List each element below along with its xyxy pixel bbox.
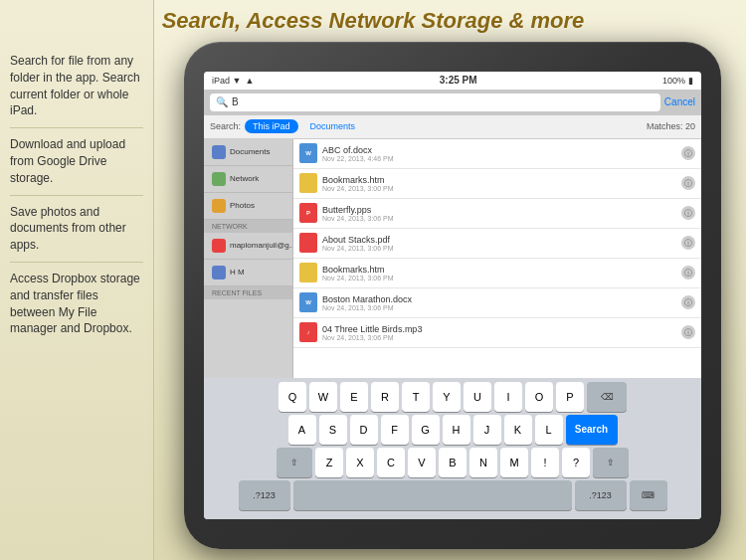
key-O[interactable]: O xyxy=(525,382,553,412)
file-name-1: Bookmarks.htm xyxy=(322,175,676,185)
file-item-3[interactable]: About Stacks.pdf Nov 24, 2013, 3:06 PM ⓘ xyxy=(293,229,701,259)
file-date-6: Nov 24, 2013, 3:06 PM xyxy=(322,334,676,341)
key-keyboard[interactable]: ⌨ xyxy=(630,480,667,510)
file-date-4: Nov 24, 2013, 3:06 PM xyxy=(322,275,676,281)
file-item-2[interactable]: P Butterfly.pps Nov 24, 2013, 3:06 PM ⓘ xyxy=(293,199,701,229)
file-info-btn-2[interactable]: ⓘ xyxy=(681,206,695,220)
key-space[interactable] xyxy=(293,480,572,510)
key-D[interactable]: D xyxy=(350,415,378,445)
filter-bar: Search: This iPad Documents Matches: 20 xyxy=(204,115,701,139)
key-B[interactable]: B xyxy=(439,448,466,477)
file-item-5[interactable]: W Boston Marathon.docx Nov 24, 2013, 3:0… xyxy=(293,288,701,318)
keyboard-row-1: Q W E R T Y U I O P ⌫ xyxy=(206,382,699,412)
key-W[interactable]: W xyxy=(309,382,337,412)
ipad-screen: iPad ▼ ▲ 3:25 PM 100% ▮ 🔍 B Cancel xyxy=(204,72,701,519)
search-icon: 🔍 xyxy=(216,96,228,107)
key-X[interactable]: X xyxy=(346,448,374,477)
ipad-device: iPad ▼ ▲ 3:25 PM 100% ▮ 🔍 B Cancel xyxy=(184,42,721,549)
search-bar: 🔍 B Cancel xyxy=(204,90,701,115)
key-Y[interactable]: Y xyxy=(433,382,461,412)
key-R[interactable]: R xyxy=(371,382,399,412)
keyboard-row-3: ⇧ Z X C V B N M ! ? ⇧ xyxy=(206,448,699,477)
key-numbers-right[interactable]: .?123 xyxy=(575,480,627,510)
key-K[interactable]: K xyxy=(504,415,532,445)
feature-item-2: Download and upload from Google Drive st… xyxy=(10,128,143,195)
filter-documents[interactable]: Documents xyxy=(302,119,364,133)
file-item-4[interactable]: Bookmarks.htm Nov 24, 2013, 3:06 PM ⓘ xyxy=(293,259,701,288)
file-info-btn-0[interactable]: ⓘ xyxy=(681,146,695,160)
file-info-4: Bookmarks.htm Nov 24, 2013, 3:06 PM xyxy=(322,265,676,281)
key-G[interactable]: G xyxy=(412,415,440,445)
key-V[interactable]: V xyxy=(408,448,436,477)
key-delete[interactable]: ⌫ xyxy=(587,382,627,412)
file-item-0[interactable]: W ABC of.docx Nov 22, 2013, 4:46 PM ⓘ xyxy=(293,139,701,169)
file-info-btn-6[interactable]: ⓘ xyxy=(681,325,695,339)
search-query: B xyxy=(232,96,239,107)
key-numbers-left[interactable]: .?123 xyxy=(239,480,290,510)
key-A[interactable]: A xyxy=(288,415,316,445)
screen-content: iPad ▼ ▲ 3:25 PM 100% ▮ 🔍 B Cancel xyxy=(204,72,701,519)
file-item-6[interactable]: ♪ 04 Three Little Birds.mp3 Nov 24, 2013… xyxy=(293,318,701,348)
file-info-btn-4[interactable]: ⓘ xyxy=(681,266,695,280)
file-info-1: Bookmarks.htm Nov 24, 2013, 3:00 PM xyxy=(322,175,676,192)
filter-this-ipad[interactable]: This iPad xyxy=(245,119,298,133)
key-M[interactable]: M xyxy=(500,448,528,477)
file-name-0: ABC of.docx xyxy=(322,145,676,155)
file-list: W ABC of.docx Nov 22, 2013, 4:46 PM ⓘ Bo… xyxy=(293,139,701,378)
photos-icon xyxy=(212,199,226,213)
key-I[interactable]: I xyxy=(494,382,522,412)
key-H[interactable]: H xyxy=(443,415,470,445)
file-info-btn-5[interactable]: ⓘ xyxy=(681,295,695,309)
file-icon-5: W xyxy=(299,292,317,312)
keyboard: Q W E R T Y U I O P ⌫ A xyxy=(204,378,701,519)
sidebar-item-hm[interactable]: H M xyxy=(204,260,292,286)
file-info-btn-1[interactable]: ⓘ xyxy=(681,176,695,190)
sidebar-item-network[interactable]: Network xyxy=(204,166,292,193)
status-time: 3:25 PM xyxy=(440,75,477,86)
key-T[interactable]: T xyxy=(402,382,430,412)
key-Q[interactable]: Q xyxy=(279,382,306,412)
file-icon-1 xyxy=(299,173,317,193)
sidebar-item-photos[interactable]: Photos xyxy=(204,193,292,220)
file-date-2: Nov 24, 2013, 3:06 PM xyxy=(322,215,676,222)
sidebar-item-documents[interactable]: Documents xyxy=(204,139,292,166)
search-button[interactable]: Search xyxy=(566,415,618,445)
key-J[interactable]: J xyxy=(473,415,501,445)
file-icon-3 xyxy=(299,233,317,253)
key-U[interactable]: U xyxy=(464,382,491,412)
file-info-2: Butterfly.pps Nov 24, 2013, 3:06 PM xyxy=(322,205,676,222)
status-right: 100% ▮ xyxy=(662,76,693,86)
key-E[interactable]: E xyxy=(340,382,368,412)
key-L[interactable]: L xyxy=(535,415,563,445)
key-C[interactable]: C xyxy=(377,448,405,477)
key-S[interactable]: S xyxy=(319,415,347,445)
key-N[interactable]: N xyxy=(469,448,497,477)
key-shift-right[interactable]: ⇧ xyxy=(593,448,629,477)
file-item-1[interactable]: Bookmarks.htm Nov 24, 2013, 3:00 PM ⓘ xyxy=(293,169,701,199)
recent-section-header: Recent Files xyxy=(204,286,292,299)
key-Z[interactable]: Z xyxy=(315,448,343,477)
key-F[interactable]: F xyxy=(381,415,409,445)
file-info-0: ABC of.docx Nov 22, 2013, 4:46 PM xyxy=(322,145,676,162)
cancel-button[interactable]: Cancel xyxy=(664,96,695,107)
ipad-label: iPad ▼ xyxy=(212,76,241,86)
battery-icon: ▮ xyxy=(688,76,693,86)
file-info-btn-3[interactable]: ⓘ xyxy=(681,236,695,250)
key-question[interactable]: ? xyxy=(562,448,590,477)
file-icon-0: W xyxy=(299,143,317,163)
network-section-header: Network xyxy=(204,220,292,233)
key-P[interactable]: P xyxy=(556,382,584,412)
keyboard-bottom-row: .?123 .?123 ⌨ xyxy=(206,480,699,510)
key-shift-left[interactable]: ⇧ xyxy=(277,448,312,477)
search-label: Search: xyxy=(210,121,241,131)
file-info-3: About Stacks.pdf Nov 24, 2013, 3:06 PM xyxy=(322,235,676,252)
file-icon-6: ♪ xyxy=(299,322,317,342)
main-area: Documents Network Photos Network xyxy=(204,139,701,378)
feature-item-1: Search for file from any folder in the a… xyxy=(10,45,143,128)
search-input[interactable]: 🔍 B xyxy=(210,93,660,111)
file-date-1: Nov 24, 2013, 3:00 PM xyxy=(322,185,676,192)
gdrive-icon xyxy=(212,239,226,253)
key-exclaim[interactable]: ! xyxy=(531,448,559,477)
file-name-3: About Stacks.pdf xyxy=(322,235,676,245)
sidebar-item-gdrive[interactable]: maplomanjuil@g... xyxy=(204,233,292,260)
